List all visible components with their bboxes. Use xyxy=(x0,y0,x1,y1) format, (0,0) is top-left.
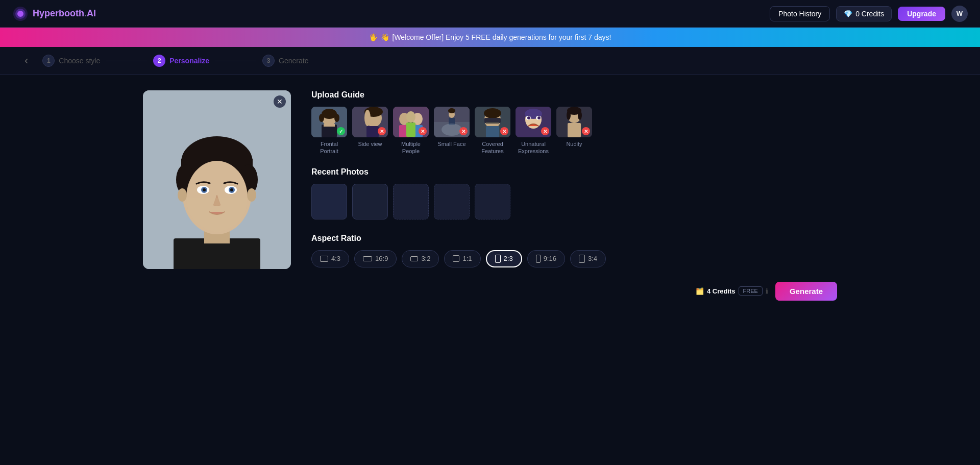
guide-thumb-covered: ✕ xyxy=(475,107,510,137)
banner-text: [Welcome Offer] Enjoy 5 FREE daily gener… xyxy=(393,33,611,41)
svg-point-63 xyxy=(567,111,571,120)
aspect-ratio-title: Aspect Ratio xyxy=(311,234,837,243)
recent-photos-title: Recent Photos xyxy=(311,167,837,177)
portrait-svg xyxy=(143,90,291,269)
aspect-label-169: 16:9 xyxy=(375,255,388,262)
aspect-label-34: 3:4 xyxy=(588,255,597,262)
guide-item-frontal: ✓ FrontalPortrait xyxy=(311,107,347,155)
back-button[interactable]: ‹ xyxy=(20,54,32,67)
badge-small: ✕ xyxy=(459,127,468,135)
logo-icon xyxy=(12,6,29,22)
aspect-btn-43[interactable]: 4:3 xyxy=(311,250,349,267)
stepper-bar: ‹ 1 Choose style 2 Personalize 3 Generat… xyxy=(0,47,980,75)
svg-point-58 xyxy=(527,116,530,119)
badge-side: ✕ xyxy=(378,127,386,135)
guide-label-small: Small Face xyxy=(437,140,465,148)
svg-rect-27 xyxy=(324,124,335,127)
recent-photo-4[interactable] xyxy=(434,184,470,219)
guide-thumb-frontal: ✓ xyxy=(311,107,347,137)
photo-upload-panel[interactable]: ✕ xyxy=(143,90,291,269)
aspect-icon-23 xyxy=(495,255,501,263)
aspect-label-23: 2:3 xyxy=(504,255,513,262)
aspect-icon-169 xyxy=(363,256,372,261)
main-content: ✕ xyxy=(0,75,980,316)
upgrade-button[interactable]: Upgrade xyxy=(898,7,945,21)
guide-label-frontal: FrontalPortrait xyxy=(320,140,338,155)
svg-rect-32 xyxy=(366,126,379,137)
aspect-btn-23[interactable]: 2:3 xyxy=(486,250,522,267)
step-2: 2 Personalize xyxy=(153,55,209,67)
guide-label-nudity: Nudity xyxy=(566,140,582,148)
header-right: Photo History 💎 0 Credits Upgrade W xyxy=(770,6,968,22)
info-icon[interactable]: ℹ xyxy=(766,287,768,295)
step-line-1 xyxy=(106,61,147,61)
badge-nudity: ✕ xyxy=(582,127,590,135)
guide-item-covered: ✕ CoveredFeatures xyxy=(475,107,510,155)
aspect-icon-916 xyxy=(536,255,541,263)
recent-photos-grid xyxy=(311,184,837,219)
recent-photo-2[interactable] xyxy=(352,184,388,219)
aspect-btn-34[interactable]: 3:4 xyxy=(570,250,606,267)
step-2-label: Personalize xyxy=(169,57,209,65)
guide-label-covered: CoveredFeatures xyxy=(481,140,503,155)
badge-unnatural: ✕ xyxy=(541,127,549,135)
step-3-label: Generate xyxy=(279,57,308,65)
photo-close-button[interactable]: ✕ xyxy=(274,95,286,108)
svg-point-19 xyxy=(178,188,187,202)
aspect-btn-11[interactable]: 1:1 xyxy=(444,250,480,267)
guide-thumb-unnatural: ✕ xyxy=(516,107,551,137)
svg-point-45 xyxy=(442,124,462,136)
step-1-label: Choose style xyxy=(59,57,100,65)
aspect-label-11: 1:1 xyxy=(462,255,472,262)
svg-point-25 xyxy=(334,114,339,122)
upload-guide-grid: ✓ FrontalPortrait ✕ Side view xyxy=(311,107,837,155)
upload-guide-title: Upload Guide xyxy=(311,90,837,100)
svg-point-64 xyxy=(578,111,582,120)
recent-photo-5[interactable] xyxy=(475,184,510,219)
svg-point-18 xyxy=(230,188,233,191)
aspect-label-43: 4:3 xyxy=(331,255,340,262)
guide-thumb-nudity: ✕ xyxy=(556,107,592,137)
generate-footer: 🗂️ 4 Credits FREE ℹ Generate xyxy=(311,282,837,301)
aspect-ratio-section: Aspect Ratio 4:3 16:9 3:2 1:1 xyxy=(311,234,837,267)
svg-point-59 xyxy=(537,116,541,119)
step-2-circle: 2 xyxy=(153,55,165,67)
aspect-btn-32[interactable]: 3:2 xyxy=(402,250,439,267)
logo: Hyperbooth.AI xyxy=(12,6,96,22)
generate-button[interactable]: Generate xyxy=(775,282,837,301)
guide-label-side: Side view xyxy=(358,140,382,148)
aspect-icon-32 xyxy=(410,256,418,261)
user-avatar[interactable]: W xyxy=(951,6,968,22)
free-badge: FREE xyxy=(739,286,763,296)
svg-point-43 xyxy=(448,108,455,113)
recent-photo-3[interactable] xyxy=(393,184,429,219)
aspect-btn-916[interactable]: 9:16 xyxy=(527,250,565,267)
aspect-ratio-grid: 4:3 16:9 3:2 1:1 2:3 xyxy=(311,250,837,267)
guide-item-unnatural: ✕ UnnaturalExpressions xyxy=(516,107,551,155)
svg-rect-39 xyxy=(406,123,415,137)
guide-thumb-multiple: ✕ xyxy=(393,107,429,137)
step-1: 1 Choose style xyxy=(42,55,100,67)
stepper: 1 Choose style 2 Personalize 3 Generate xyxy=(42,55,308,67)
step-3: 3 Generate xyxy=(262,55,308,67)
controls-panel: Upload Guide ✓ FrontalPortrait xyxy=(311,90,837,301)
credits-label: 0 Credits xyxy=(855,10,884,18)
badge-frontal: ✓ xyxy=(337,127,345,135)
aspect-label-916: 9:16 xyxy=(544,255,556,262)
aspect-btn-169[interactable]: 16:9 xyxy=(354,250,397,267)
photo-history-button[interactable]: Photo History xyxy=(770,6,830,21)
svg-point-17 xyxy=(203,188,206,191)
recent-photo-1[interactable] xyxy=(311,184,347,219)
svg-rect-50 xyxy=(486,122,499,124)
guide-item-multiple: ✕ MultiplePeople xyxy=(393,107,429,155)
step-line-2 xyxy=(215,61,256,61)
badge-covered: ✕ xyxy=(500,127,508,135)
badge-multiple: ✕ xyxy=(419,127,427,135)
svg-point-31 xyxy=(364,110,371,126)
header: Hyperbooth.AI Photo History 💎 0 Credits … xyxy=(0,0,980,28)
credits-button[interactable]: 💎 0 Credits xyxy=(836,6,892,21)
svg-point-24 xyxy=(319,114,324,122)
credits-count: 4 Credits xyxy=(707,287,736,295)
svg-point-48 xyxy=(484,108,501,118)
aspect-icon-43 xyxy=(320,256,328,262)
